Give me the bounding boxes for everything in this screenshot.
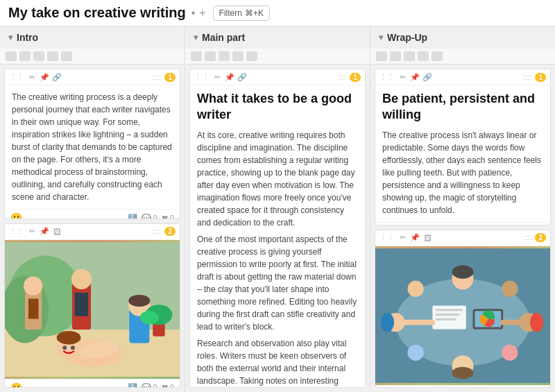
card-toolbar-intro-1: ⋮⋮ ✏ 📌 🔗 :::: 1 — [5, 69, 180, 85]
toolbar-icon-m5[interactable] — [246, 51, 257, 61]
card-toolbar-left: ⋮⋮ ✏ 📌 🔗 — [9, 72, 62, 82]
emoji-icon[interactable]: 🙂 — [10, 212, 22, 219]
comment-count: 💬 0 — [142, 214, 157, 219]
svg-rect-6 — [28, 298, 39, 318]
column-title-wrapup: Wrap-Up — [387, 32, 427, 43]
card-text-intro-1: The creative writing process is a deeply… — [12, 91, 173, 203]
card-image-people — [5, 240, 180, 379]
drag-handle-wrap-icon[interactable]: ⋮⋮ — [379, 73, 395, 82]
cards-container-wrapup: ⋮⋮ ✏ 📌 🔗 :::: 1 Be patient, persistent a… — [370, 65, 555, 392]
card-toolbar-left-w1: ⋮⋮ ✏ 📌 🔗 — [379, 72, 432, 82]
card-toolbar-main-1: ⋮⋮ ✏ 📌 🔗 :::: 1 — [190, 69, 365, 85]
svg-point-40 — [502, 280, 518, 296]
toolbar-icons-intro — [6, 51, 72, 61]
toolbar-icon-w5[interactable] — [432, 51, 443, 61]
card-wrap-2: ⋮⋮ ✏ 📌 🖼 :::: 2 — [375, 230, 551, 388]
filter-shortcut: ⌘+K — [245, 8, 264, 18]
pin-main-icon[interactable]: 📌 — [225, 72, 234, 82]
filter-button[interactable]: Filtern ⌘+K — [213, 6, 270, 21]
img-icon-2[interactable]: 🖼 — [52, 227, 62, 237]
header-plus[interactable]: + — [199, 7, 205, 19]
collapse-arrow-wrap-icon[interactable]: ▾ — [379, 33, 383, 42]
svg-point-12 — [57, 331, 81, 344]
column-title-intro: Intro — [17, 32, 38, 43]
pin-icon[interactable]: 📌 — [40, 72, 49, 82]
toolbar-icon-4[interactable] — [47, 51, 58, 61]
cards-container-main: ⋮⋮ ✏ 📌 🔗 :::: 1 What it takes to be a go… — [185, 65, 370, 392]
column-main: ▾ Main part ⋮⋮ ✏ 📌 🔗 — [185, 26, 370, 392]
toolbar-icon-3[interactable] — [33, 51, 44, 61]
toolbar-icon-1[interactable] — [6, 51, 17, 61]
toolbar-icon-w2[interactable] — [390, 51, 401, 61]
toolbar-icon-m2[interactable] — [205, 51, 216, 61]
card-wrap-1: ⋮⋮ ✏ 📌 🔗 :::: 1 Be patient, persistent a… — [375, 69, 551, 225]
card-intro-1: ⋮⋮ ✏ 📌 🔗 :::: 1 The creative writing pro… — [4, 69, 180, 219]
toolbar-icon-w4[interactable] — [418, 51, 429, 61]
card-para-main-1-1: One of the most important aspects of the… — [197, 233, 358, 333]
svg-point-21 — [140, 311, 159, 324]
svg-point-8 — [71, 269, 92, 289]
like-count-2: ❤ 0 — [162, 383, 174, 388]
info-icon-2: ℹ️ — [128, 383, 137, 388]
card-dots-w2: :::: — [523, 234, 531, 241]
svg-point-18 — [128, 294, 150, 306]
card-badge-wrap-2: 2 — [535, 233, 546, 242]
svg-point-39 — [408, 280, 424, 296]
card-badge-intro-1: 1 — [164, 73, 176, 82]
card-toolbar-wrap-2: ⋮⋮ ✏ 📌 🖼 :::: 2 — [375, 230, 550, 246]
drag-handle-icon-2[interactable]: ⋮⋮ — [9, 227, 24, 236]
toolbar-icon-m4[interactable] — [232, 51, 244, 61]
header: My take on creative writing • + Filtern … — [0, 0, 555, 26]
drag-handle-main-icon[interactable]: ⋮⋮ — [194, 73, 210, 82]
edit-wrap-2-icon[interactable]: ✏ — [398, 233, 407, 243]
svg-rect-25 — [436, 309, 463, 311]
column-header-main: ▾ Main part — [185, 26, 370, 49]
column-toolbar-wrapup — [370, 49, 555, 65]
card-dots-label: :::: — [153, 74, 160, 81]
svg-point-14 — [71, 346, 75, 350]
column-intro: ▾ Intro ⋮⋮ ✏ 📌 🔗 — [0, 26, 185, 392]
card-toolbar-left-m1: ⋮⋮ ✏ 📌 🔗 — [194, 72, 247, 82]
card-body-wrap-1: Be patient, persistent and willing The c… — [375, 85, 550, 222]
pin-wrap-2-icon[interactable]: 📌 — [410, 233, 420, 243]
card-body-intro-1: The creative writing process is a deeply… — [5, 85, 180, 209]
card-footer-stats: ℹ️ 💬 0 ❤ 0 — [128, 214, 174, 219]
link-icon[interactable]: 🔗 — [52, 72, 62, 82]
toolbar-icon-m3[interactable] — [219, 51, 230, 61]
edit-wrap-icon[interactable]: ✏ — [398, 72, 407, 82]
card-image-meeting — [375, 246, 550, 385]
link-wrap-icon[interactable]: 🔗 — [422, 72, 432, 82]
meeting-illustration — [375, 246, 550, 385]
edit-main-icon[interactable]: ✏ — [212, 72, 222, 82]
svg-rect-26 — [436, 314, 459, 316]
toolbar-icon-2[interactable] — [19, 51, 31, 61]
card-toolbar-left-w2: ⋮⋮ ✏ 📌 🖼 — [379, 233, 432, 243]
toolbar-icon-m1[interactable] — [191, 51, 202, 61]
toolbar-icon-5[interactable] — [61, 51, 72, 61]
column-header-intro: ▾ Intro — [0, 26, 185, 49]
collapse-arrow-main-icon[interactable]: ▾ — [194, 33, 198, 42]
header-dot: • — [191, 7, 196, 19]
svg-point-34 — [452, 366, 473, 378]
edit-icon[interactable]: ✏ — [27, 72, 37, 82]
toolbar-icon-w1[interactable] — [376, 51, 387, 61]
toolbar-icon-w3[interactable] — [404, 51, 415, 61]
card-footer-intro-1: 🙂 ℹ️ 💬 0 ❤ 0 — [5, 209, 180, 219]
column-toolbar-main — [185, 49, 370, 65]
card-main-1: ⋮⋮ ✏ 📌 🔗 :::: 1 What it takes to be a go… — [189, 69, 366, 388]
toolbar-icons-main — [191, 51, 257, 61]
card-toolbar-intro-2: ⋮⋮ ✏ 📌 🖼 :::: 2 — [5, 224, 180, 240]
svg-point-38 — [530, 313, 543, 332]
emoji-icon-2[interactable]: 🙂 — [10, 382, 22, 388]
drag-handle-wrap-2-icon[interactable]: ⋮⋮ — [379, 233, 395, 242]
card-title-main-1: What it takes to be a good writer — [197, 91, 358, 123]
link-main-icon[interactable]: 🔗 — [237, 72, 247, 82]
edit-icon-2[interactable]: ✏ — [27, 227, 37, 237]
column-toolbar-intro — [0, 49, 185, 65]
img-wrap-2-icon[interactable]: 🖼 — [422, 233, 432, 243]
collapse-arrow-icon[interactable]: ▾ — [8, 33, 12, 42]
pin-wrap-icon[interactable]: 📌 — [410, 72, 420, 82]
card-badge-main-1: 1 — [350, 73, 361, 82]
pin-icon-2[interactable]: 📌 — [40, 227, 49, 237]
drag-handle-icon[interactable]: ⋮⋮ — [9, 73, 24, 82]
